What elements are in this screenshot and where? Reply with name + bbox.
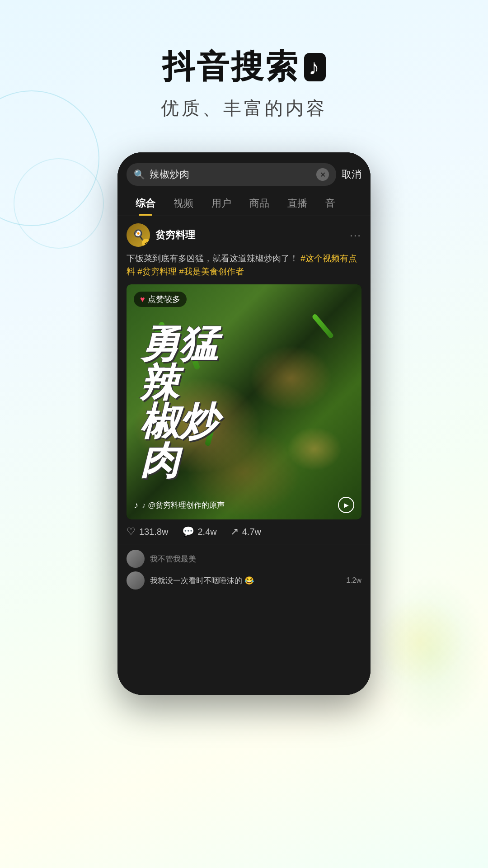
video-text-overlay: 勇猛辣椒炒肉 xyxy=(127,284,361,519)
shares-value: 4.7w xyxy=(242,527,261,537)
audio-bar: ♪ ♪ @贫穷料理创作的原声 ▶ xyxy=(134,497,354,513)
app-title-text: 抖音搜索 xyxy=(162,45,300,89)
comments-value: 2.4w xyxy=(198,527,217,537)
app-title: 抖音搜索 ♪ xyxy=(0,45,488,89)
share-icon: ↗ xyxy=(230,526,239,538)
likes-count[interactable]: ♡ 131.8w xyxy=(127,526,169,538)
verified-icon: ✓ xyxy=(144,241,148,245)
search-icon: 🔍 xyxy=(134,169,145,180)
tiktok-audio-icon: ♪ xyxy=(134,500,138,510)
hashtag-3[interactable]: #我是美食创作者 xyxy=(179,267,244,276)
comment-text-group-2: 我就没一次看时不咽唾沫的 😂 xyxy=(150,576,341,586)
audio-info: ♪ ♪ @贫穷料理创作的原声 xyxy=(134,500,225,510)
post-desc-text: 下饭菜到底有多凶猛，就看这道辣椒炒肉了！ xyxy=(127,254,298,263)
comment-avatar-2 xyxy=(127,571,145,590)
audio-label: ♪ @贫穷料理创作的原声 xyxy=(142,500,225,510)
search-query-text: 辣椒炒肉 xyxy=(150,168,312,181)
play-icon: ▶ xyxy=(344,501,349,509)
tab-视频[interactable]: 视频 xyxy=(164,191,202,216)
comment-item-2: 我就没一次看时不咽唾沫的 😂 1.2w xyxy=(127,571,361,590)
user-info: 🍳 ✓ 贫穷料理 xyxy=(127,223,195,247)
shares-count[interactable]: ↗ 4.7w xyxy=(230,526,261,538)
phone-screen: 🔍 辣椒炒肉 ✕ 取消 综合 视频 用户 xyxy=(117,152,371,695)
tab-综合[interactable]: 综合 xyxy=(127,191,164,216)
play-button[interactable]: ▶ xyxy=(338,497,354,513)
comment-body-2: 我就没一次看时不咽唾沫的 😂 xyxy=(150,576,341,586)
post-header: 🍳 ✓ 贫穷料理 ··· xyxy=(127,223,361,247)
bg-decoration-blob-yellow xyxy=(375,597,465,687)
heart-icon: ♡ xyxy=(127,526,136,538)
search-cancel-button[interactable]: 取消 xyxy=(342,168,361,181)
likes-value: 131.8w xyxy=(139,527,169,537)
tab-音[interactable]: 音 xyxy=(316,191,344,216)
clear-icon: ✕ xyxy=(320,170,326,179)
comment-avatar-1 xyxy=(127,550,145,568)
comment-username-1[interactable]: 我不管我最美 xyxy=(150,554,361,564)
post-card: 🍳 ✓ 贫穷料理 ··· 下饭菜到底有多凶猛，就看这道辣椒炒肉了！ # xyxy=(117,216,371,519)
comment-likes-2: 1.2w xyxy=(346,576,361,585)
tabs-bar: 综合 视频 用户 商品 直播 音 xyxy=(117,191,371,216)
search-input-wrapper[interactable]: 🔍 辣椒炒肉 ✕ xyxy=(127,163,336,186)
bg-decoration-circle-2 xyxy=(14,158,104,249)
username-label[interactable]: 贫穷料理 xyxy=(155,228,195,242)
video-overlay-text: 勇猛辣椒炒肉 xyxy=(140,324,218,480)
tab-直播[interactable]: 直播 xyxy=(278,191,316,216)
comment-item-1: 我不管我最美 xyxy=(127,550,361,568)
verified-badge: ✓ xyxy=(142,239,150,247)
avatar: 🍳 ✓ xyxy=(127,223,150,247)
video-thumbnail[interactable]: ♥ 点赞较多 勇猛辣椒炒肉 ♪ xyxy=(127,284,361,519)
more-options-button[interactable]: ··· xyxy=(350,229,361,241)
post-description: 下饭菜到底有多凶猛，就看这道辣椒炒肉了！ #这个视频有点料 #贫穷料理 #我是美… xyxy=(127,252,361,278)
phone-mockup: 🔍 辣椒炒肉 ✕ 取消 综合 视频 用户 xyxy=(117,152,371,695)
tiktok-logo-badge: ♪ xyxy=(304,53,326,81)
search-clear-button[interactable]: ✕ xyxy=(316,168,329,181)
comments-count[interactable]: 💬 2.4w xyxy=(182,526,217,538)
tiktok-note-icon: ♪ xyxy=(309,55,321,79)
comment-text-group-1: 我不管我最美 xyxy=(150,554,361,564)
tab-商品[interactable]: 商品 xyxy=(240,191,278,216)
comments-preview: 我不管我最美 我就没一次看时不咽唾沫的 😂 1.2w xyxy=(117,544,371,599)
tab-用户[interactable]: 用户 xyxy=(202,191,240,216)
search-bar: 🔍 辣椒炒肉 ✕ 取消 xyxy=(117,152,371,191)
header: 抖音搜索 ♪ 优质、丰富的内容 xyxy=(0,0,488,139)
header-subtitle: 优质、丰富的内容 xyxy=(0,96,488,121)
hashtag-2[interactable]: #贫穷料理 xyxy=(137,267,177,276)
search-results-content: 🍳 ✓ 贫穷料理 ··· 下饭菜到底有多凶猛，就看这道辣椒炒肉了！ # xyxy=(117,216,371,695)
engagement-bar: ♡ 131.8w 💬 2.4w ↗ 4.7w xyxy=(117,519,371,544)
comment-icon: 💬 xyxy=(182,526,194,538)
